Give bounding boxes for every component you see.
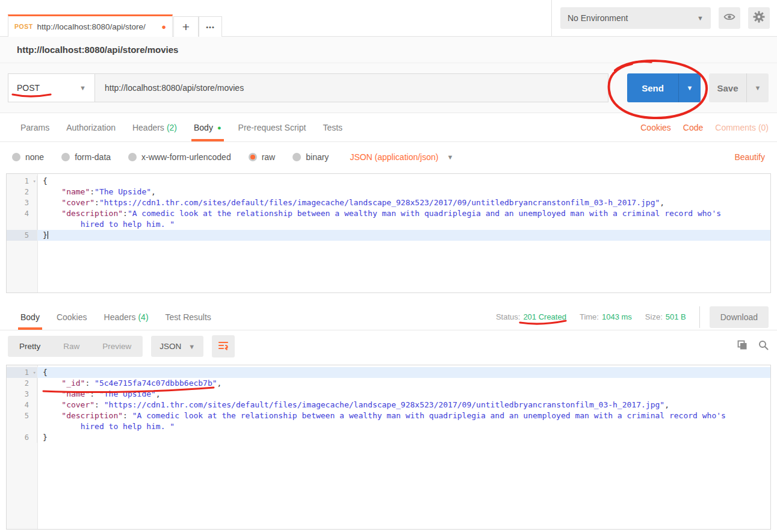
more-tabs-button[interactable]: ••• bbox=[199, 16, 222, 37]
code-line[interactable]: 5 "description": "A comedic look at the … bbox=[7, 410, 770, 421]
download-button[interactable]: Download bbox=[710, 306, 769, 328]
code-line[interactable]: 5} bbox=[7, 230, 770, 241]
view-raw[interactable]: Raw bbox=[52, 336, 91, 357]
settings-button[interactable] bbox=[748, 7, 770, 29]
response-view-switch: Pretty Raw Preview bbox=[8, 336, 143, 357]
radio-selected-icon bbox=[249, 153, 257, 161]
send-button[interactable]: Send bbox=[627, 73, 678, 102]
response-tab-headers[interactable]: Headers (4) bbox=[96, 304, 157, 330]
code-line[interactable]: 4 "description":"A comedic look at the r… bbox=[7, 208, 770, 219]
view-pretty[interactable]: Pretty bbox=[8, 336, 52, 357]
line-number: 2 bbox=[7, 187, 37, 197]
beautify-link[interactable]: Beautify bbox=[734, 152, 765, 162]
response-format-select[interactable]: JSON ▼ bbox=[151, 336, 203, 357]
code-text: "name":"The Upside", bbox=[37, 187, 770, 197]
response-body-editor[interactable]: 1▾{2 "_id": "5c4e715fa74c07dbbb6ecb7b",3… bbox=[6, 365, 771, 530]
headers-count-badge: (2) bbox=[167, 123, 177, 132]
radio-icon bbox=[12, 153, 20, 161]
body-type-binary[interactable]: binary bbox=[293, 152, 329, 162]
tab-params[interactable]: Params bbox=[12, 113, 58, 141]
body-type-raw[interactable]: raw bbox=[249, 152, 276, 162]
tab-tests[interactable]: Tests bbox=[314, 113, 351, 141]
save-button[interactable]: Save bbox=[709, 73, 746, 102]
code-text: "_id": "5c4e715fa74c07dbbb6ecb7b", bbox=[37, 378, 770, 389]
code-line[interactable]: 3 "cover":"https://cdn1.thr.com/sites/de… bbox=[7, 197, 770, 208]
copy-response-button[interactable] bbox=[737, 340, 748, 353]
line-number: 4 bbox=[7, 400, 37, 410]
request-body-editor[interactable]: 1▾{2 "name":"The Upside",3 "cover":"http… bbox=[6, 173, 771, 293]
code-line[interactable]: 1▾{ bbox=[7, 367, 770, 378]
method-select-label: POST bbox=[17, 83, 40, 93]
body-type-none[interactable]: none bbox=[12, 152, 44, 162]
code-link[interactable]: Code bbox=[683, 123, 703, 132]
line-number: 3 bbox=[7, 389, 37, 400]
code-text: } bbox=[37, 230, 770, 241]
wrap-lines-button[interactable] bbox=[212, 335, 235, 357]
method-select[interactable]: POST ▼ bbox=[8, 73, 95, 102]
response-tab-body[interactable]: Body bbox=[12, 304, 48, 330]
code-line[interactable]: hired to help him. " bbox=[7, 421, 770, 432]
code-text: { bbox=[37, 176, 770, 187]
fold-caret-icon[interactable]: ▾ bbox=[33, 176, 36, 187]
comments-link[interactable]: Comments (0) bbox=[715, 123, 769, 132]
code-line[interactable]: 1▾{ bbox=[7, 176, 770, 187]
tab-body[interactable]: Body ● bbox=[185, 113, 230, 141]
content-type-select[interactable]: JSON (application/json) ▼ bbox=[350, 152, 453, 162]
line-number: 6 bbox=[7, 432, 37, 443]
code-line[interactable]: 3 "name": "The Upside", bbox=[7, 389, 770, 400]
size-label: Size: bbox=[645, 312, 663, 321]
environment-quick-look-button[interactable] bbox=[719, 7, 740, 29]
open-request-tab[interactable]: POST http://localhost:8080/api/store/ ● bbox=[8, 14, 173, 37]
line-number: 1▾ bbox=[7, 367, 37, 378]
chevron-down-icon: ▼ bbox=[447, 153, 453, 161]
radio-icon bbox=[128, 153, 137, 161]
request-links: Cookies Code Comments (0) bbox=[628, 113, 769, 141]
code-line[interactable]: 4 "cover": "https://cdn1.thr.com/sites/d… bbox=[7, 400, 770, 410]
body-type-row: none form-data x-www-form-urlencoded raw… bbox=[0, 142, 777, 172]
chevron-down-icon: ▼ bbox=[188, 343, 195, 350]
body-has-content-dot: ● bbox=[217, 124, 221, 131]
code-text: "name": "The Upside", bbox=[37, 389, 770, 400]
tab-authorization[interactable]: Authorization bbox=[58, 113, 124, 141]
line-number: 5 bbox=[7, 230, 37, 241]
new-tab-button[interactable]: + bbox=[173, 16, 199, 37]
response-meta: Status: 201 Created Time: 1043 ms Size: … bbox=[483, 304, 769, 330]
code-line[interactable]: 2 "name":"The Upside", bbox=[7, 187, 770, 197]
code-text: "description": "A comedic look at the re… bbox=[37, 410, 770, 421]
tab-prerequest-script[interactable]: Pre-request Script bbox=[230, 113, 315, 141]
section-gap bbox=[0, 293, 777, 304]
environment-select[interactable]: No Environment ▼ bbox=[560, 7, 711, 29]
fold-caret-icon[interactable]: ▾ bbox=[33, 367, 36, 378]
save-options-button[interactable]: ▼ bbox=[746, 73, 769, 102]
line-number bbox=[7, 421, 37, 432]
radio-icon bbox=[293, 153, 301, 161]
body-type-form-data[interactable]: form-data bbox=[61, 152, 111, 162]
response-section-tabs: Body Cookies Headers (4) Test Results St… bbox=[0, 304, 777, 330]
status-value: 201 Created bbox=[523, 312, 566, 321]
response-tab-test-results[interactable]: Test Results bbox=[157, 304, 220, 330]
code-text: "description":"A comedic look at the rel… bbox=[37, 208, 770, 219]
code-line[interactable]: 6} bbox=[7, 432, 770, 443]
line-number: 4 bbox=[7, 208, 37, 219]
gear-icon bbox=[753, 11, 765, 25]
url-input[interactable] bbox=[95, 73, 608, 102]
tab-method-badge: POST bbox=[14, 23, 33, 30]
line-number bbox=[7, 219, 37, 230]
body-type-urlencoded[interactable]: x-www-form-urlencoded bbox=[128, 152, 231, 162]
chevron-down-icon: ▼ bbox=[79, 84, 86, 91]
code-text: hired to help him. " bbox=[37, 219, 770, 230]
time-label: Time: bbox=[580, 312, 599, 321]
response-headers-count-badge: (4) bbox=[138, 312, 148, 322]
response-tab-cookies[interactable]: Cookies bbox=[48, 304, 96, 330]
tab-headers[interactable]: Headers (2) bbox=[124, 113, 185, 141]
wrap-lines-icon bbox=[218, 341, 229, 353]
send-options-button[interactable]: ▼ bbox=[678, 73, 701, 102]
environment-area: No Environment ▼ bbox=[552, 0, 777, 36]
search-response-button[interactable] bbox=[758, 340, 769, 353]
cookies-link[interactable]: Cookies bbox=[640, 123, 671, 132]
code-line[interactable]: 2 "_id": "5c4e715fa74c07dbbb6ecb7b", bbox=[7, 378, 770, 389]
code-text: } bbox=[37, 432, 770, 443]
eye-icon bbox=[723, 13, 735, 23]
view-preview[interactable]: Preview bbox=[91, 336, 143, 357]
code-line[interactable]: hired to help him. " bbox=[7, 219, 770, 230]
